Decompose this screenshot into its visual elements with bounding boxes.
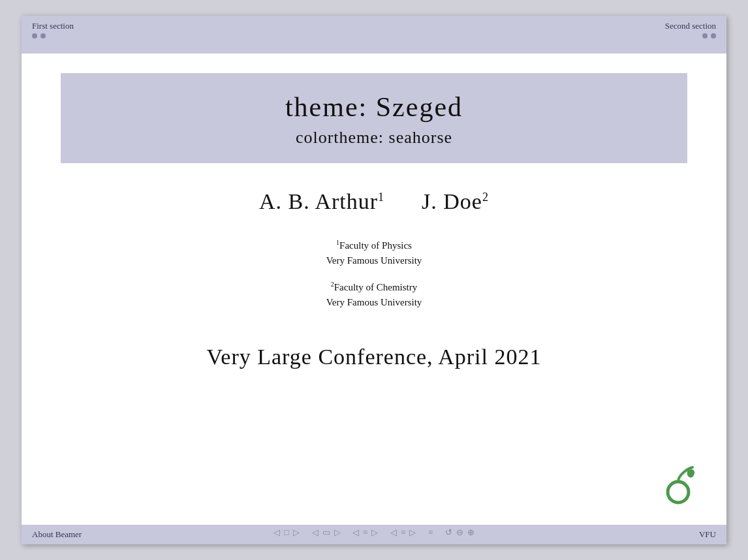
- nav-right-arrow[interactable]: ▷: [293, 527, 300, 538]
- author-1-sup: 1: [378, 191, 384, 204]
- dot-3: [702, 33, 708, 39]
- slide-subtitle: colortheme: seahorse: [87, 128, 661, 148]
- nav-rect[interactable]: ▭: [322, 527, 330, 538]
- first-section-dots: [32, 33, 46, 39]
- second-section-dots: [702, 33, 716, 39]
- nav-left-arrow[interactable]: ◁: [273, 527, 280, 538]
- navigation-bar: ◁ □ ▷ | ◁ ▭ ▷ | ◁ ≡ ▷ | ◁ ≡ ▷ | ≡ | ↺ ⊖ …: [273, 527, 475, 538]
- nav-square[interactable]: □: [284, 527, 289, 538]
- nav-sep-3: |: [383, 527, 385, 538]
- authors-line: A. B. Arthur1 J. Doe2: [259, 189, 489, 214]
- author-1-name: A. B. Arthur1: [259, 189, 384, 213]
- nav-right-arrow-3[interactable]: ▷: [371, 527, 378, 538]
- nav-lines-2[interactable]: ≡: [401, 527, 405, 538]
- affiliation-1: 1Faculty of Physics Very Famous Universi…: [326, 238, 422, 268]
- vfu-logo-icon: [653, 462, 700, 509]
- first-section-label: First section: [32, 21, 74, 31]
- footer-right-label: VFU: [699, 529, 716, 540]
- nav-refresh[interactable]: ↺: [445, 527, 452, 538]
- slide: First section Second section theme: Szeg…: [22, 16, 726, 544]
- nav-sep-4: |: [421, 527, 423, 538]
- title-box: theme: Szeged colortheme: seahorse: [61, 73, 687, 163]
- header-left-section: First section: [32, 21, 74, 39]
- affiliation-1-line1: 1Faculty of Physics: [326, 238, 422, 253]
- nav-lines-3[interactable]: ≡: [428, 527, 433, 538]
- header-bar: First section Second section: [22, 16, 726, 54]
- second-section-label: Second section: [665, 21, 716, 31]
- affiliation-2-sup: 2: [331, 281, 334, 288]
- nav-left-arrow-3[interactable]: ◁: [352, 527, 359, 538]
- affiliation-2-line2: Very Famous University: [326, 295, 422, 310]
- author-2-name: J. Doe2: [422, 189, 489, 213]
- nav-lines-1[interactable]: ≡: [363, 527, 367, 538]
- nav-sep-1: |: [305, 527, 307, 538]
- nav-right-arrow-4[interactable]: ▷: [409, 527, 416, 538]
- affiliation-1-line2: Very Famous University: [326, 253, 422, 268]
- footer-left-label: About Beamer: [32, 529, 82, 540]
- nav-sep-2: |: [346, 527, 348, 538]
- affiliation-1-sup: 1: [336, 239, 339, 246]
- nav-zoom-out[interactable]: ⊖: [456, 527, 463, 538]
- nav-left-arrow-4[interactable]: ◁: [390, 527, 397, 538]
- nav-left-arrow-2[interactable]: ◁: [312, 527, 319, 538]
- dot-1: [32, 33, 37, 39]
- header-right-section: Second section: [665, 21, 716, 39]
- affiliation-2-line1: 2Faculty of Chemistry: [326, 279, 422, 295]
- conference-label: Very Large Conference, April 2021: [207, 345, 542, 369]
- vfu-logo-area: [653, 462, 700, 512]
- svg-point-0: [668, 482, 689, 503]
- content-area: theme: Szeged colortheme: seahorse A. B.…: [22, 54, 726, 525]
- affiliations: 1Faculty of Physics Very Famous Universi…: [326, 238, 422, 321]
- slide-title: theme: Szeged: [87, 91, 661, 123]
- author-2-sup: 2: [482, 191, 489, 204]
- nav-right-arrow-2[interactable]: ▷: [334, 527, 341, 538]
- dot-4: [711, 33, 716, 39]
- dot-2: [40, 33, 46, 39]
- nav-sep-5: |: [438, 527, 440, 538]
- affiliation-2: 2Faculty of Chemistry Very Famous Univer…: [326, 279, 422, 309]
- nav-zoom-in[interactable]: ⊕: [467, 527, 475, 538]
